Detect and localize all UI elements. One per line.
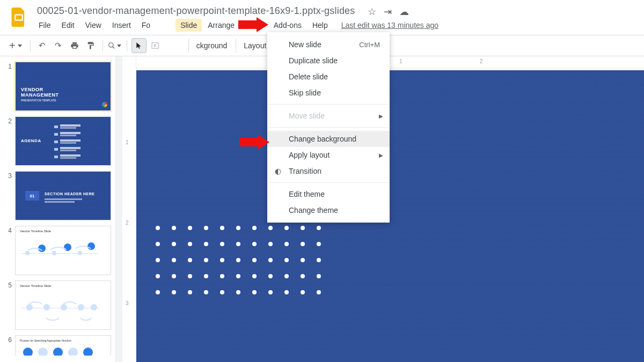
cloud-status-icon[interactable]: ☁ [399, 6, 409, 18]
horizontal-ruler: 1 2 [136, 56, 644, 68]
slide-thumb-5[interactable]: 5 🔗 Vendor Timeline Slide [4, 280, 111, 330]
thumb-number: 4 [4, 226, 12, 275]
background-button[interactable]: ckground [188, 38, 233, 53]
annotation-arrow-icon [238, 17, 268, 32]
svg-marker-6 [238, 17, 268, 32]
redo-button[interactable]: ↷ [51, 38, 66, 53]
svg-line-3 [113, 47, 115, 49]
textbox-tool[interactable]: T [148, 38, 163, 53]
thumb-text: AGENDA [21, 138, 41, 143]
transition-icon: ◐ [275, 167, 281, 175]
zoom-button[interactable] [107, 38, 122, 53]
paint-format-button[interactable] [83, 38, 98, 53]
thumb-number: 3 [4, 171, 12, 220]
slide-thumb-6[interactable]: 6 Process for Searching Appropriate Vend… [4, 335, 111, 356]
menubar: File Edit View Insert Fo Slide Arrange T… [34, 19, 636, 32]
thumb-number: 5 [4, 280, 12, 330]
slide-thumb-2[interactable]: 2 AGENDA [4, 116, 111, 166]
menu-edit-theme[interactable]: Edit theme [267, 186, 390, 202]
star-icon[interactable]: ☆ [368, 6, 376, 18]
annotation-arrow-icon [239, 135, 269, 150]
slide-thumb-1[interactable]: 1 VENDOR MANAGEMENT PRESENTATION TEMPLAT… [4, 62, 111, 111]
filmstrip-scrollbar[interactable] [115, 56, 122, 362]
thumb-text: MANAGEMENT [21, 92, 59, 98]
thumb-text: SECTION HEADER HERE [45, 192, 95, 196]
header: 00025-01-vendor-management-powerpoint-te… [0, 0, 644, 32]
title-area: 00025-01-vendor-management-powerpoint-te… [34, 4, 636, 32]
menu-format[interactable]: Fo [137, 19, 155, 32]
menu-new-slide[interactable]: New slideCtrl+M [267, 36, 390, 53]
svg-text:T: T [153, 44, 156, 49]
menu-edit[interactable]: Edit [57, 19, 79, 32]
menu-arrange[interactable]: Arrange [203, 19, 239, 32]
menu-move-slide: Move slide▶ [267, 108, 390, 124]
thumb-text: 01 [25, 191, 39, 201]
print-button[interactable] [67, 38, 82, 53]
menu-duplicate-slide[interactable]: Duplicate slide [267, 53, 390, 69]
slide-canvas[interactable]: VENDOR [136, 68, 644, 362]
menu-addons[interactable]: Add-ons [269, 19, 306, 32]
menu-insert[interactable]: Insert [107, 19, 136, 32]
logo-dot-icon [102, 102, 107, 107]
decorative-dots [156, 226, 322, 295]
undo-button[interactable]: ↶ [35, 38, 50, 53]
thumb-number: 6 [4, 335, 12, 356]
menu-change-theme[interactable]: Change theme [267, 202, 390, 218]
thumb-text: Vendor Timeline Slide [20, 284, 51, 287]
separator [267, 104, 390, 105]
menu-apply-layout[interactable]: Apply layout▶ [267, 147, 390, 163]
svg-marker-7 [239, 135, 269, 150]
separator [30, 40, 31, 51]
menu-help[interactable]: Help [308, 19, 333, 32]
separator [127, 40, 127, 51]
menu-slide[interactable]: Slide [175, 19, 202, 32]
thumb-number: 1 [4, 62, 12, 111]
filmstrip[interactable]: 1 VENDOR MANAGEMENT PRESENTATION TEMPLAT… [0, 56, 115, 362]
thumb-number: 2 [4, 116, 12, 166]
document-title[interactable]: 00025-01-vendor-management-powerpoint-te… [34, 4, 358, 18]
svg-point-2 [109, 43, 113, 47]
select-tool[interactable] [131, 38, 147, 53]
slide-menu-dropdown: New slideCtrl+M Duplicate slide Delete s… [267, 32, 390, 223]
separator [103, 40, 103, 51]
thumb-text: PRESENTATION TEMPLATE [21, 99, 56, 102]
thumb-text: Process for Searching Appropriate Vendor… [20, 339, 71, 342]
svg-rect-1 [16, 16, 21, 20]
separator [267, 127, 390, 128]
thumb-text: Vendor Timeline Slide [20, 230, 51, 233]
menu-change-background[interactable]: Change background [267, 131, 390, 147]
thumb-text: VENDOR [21, 87, 43, 92]
new-slide-button[interactable]: + [5, 38, 26, 53]
slide-thumb-4[interactable]: 4 Vendor Timeline Slide [4, 226, 111, 275]
slides-logo[interactable] [8, 6, 30, 28]
menu-skip-slide[interactable]: Skip slide [267, 85, 390, 101]
menu-view[interactable]: View [80, 19, 106, 32]
separator [267, 182, 390, 183]
menu-file[interactable]: File [34, 19, 56, 32]
slide-thumb-3[interactable]: 3 01 SECTION HEADER HERE [4, 171, 111, 220]
vertical-ruler: 1 2 3 [122, 56, 136, 362]
menu-delete-slide[interactable]: Delete slide [267, 69, 390, 85]
menu-transition[interactable]: ◐ Transition [267, 163, 390, 179]
move-icon[interactable]: ⇥ [384, 6, 392, 18]
last-edit-link[interactable]: Last edit was 13 minutes ago [341, 21, 438, 29]
